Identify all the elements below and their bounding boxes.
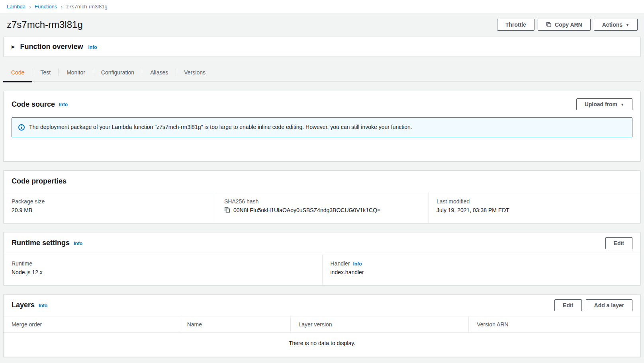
code-properties-grid: Package size 20.9 MB SHA256 hash 00N8LFI… <box>4 192 640 223</box>
sha256-hash-value-row: 00N8LFIu5okH1UlaOAoy0uSBSZ4ndg3BOCUG0V1k… <box>224 207 420 213</box>
sha256-hash-value: 00N8LFIu5okH1UlaOAoy0uSBSZ4ndg3BOCUG0V1k… <box>233 207 380 213</box>
layers-header: Layers Info Edit Add a layer <box>4 295 640 316</box>
handler-info-link[interactable]: Info <box>353 261 362 267</box>
last-modified-value: July 19, 2021, 03:38 PM EDT <box>437 207 632 213</box>
tab-aliases[interactable]: Aliases <box>142 64 176 82</box>
handler-label: Handler <box>331 260 350 267</box>
actions-button[interactable]: Actions <box>594 19 638 31</box>
column-header-version-arn: Version ARN <box>468 316 640 332</box>
code-source-card: Code source Info Upload from The deploym… <box>3 91 641 162</box>
page-title: z7s7mch-rm3l81g <box>7 19 83 30</box>
copy-arn-button[interactable]: Copy ARN <box>538 19 591 31</box>
breadcrumb-separator-icon <box>61 4 63 10</box>
runtime-label: Runtime <box>12 260 314 267</box>
function-overview-panel[interactable]: Function overview Info <box>3 37 641 57</box>
layers-table-header: Merge order Name Layer version Version A… <box>4 316 640 333</box>
runtime-field: Runtime Node.js 12.x <box>4 254 322 285</box>
tab-versions[interactable]: Versions <box>176 64 213 82</box>
code-properties-title: Code properties <box>12 177 67 185</box>
chevron-down-icon <box>626 23 629 27</box>
runtime-settings-title: Runtime settings <box>12 239 70 247</box>
chevron-down-icon <box>621 103 624 107</box>
edit-runtime-button[interactable]: Edit <box>605 237 632 249</box>
layers-card: Layers Info Edit Add a layer Merge order… <box>3 294 641 357</box>
deployment-package-info-alert: The deployment package of your Lambda fu… <box>12 117 632 137</box>
runtime-settings-info-link[interactable]: Info <box>74 241 82 246</box>
handler-value: index.handler <box>331 269 633 275</box>
add-layer-button[interactable]: Add a layer <box>586 299 632 311</box>
page-header: z7s7mch-rm3l81g Throttle Copy ARN Action… <box>0 13 644 37</box>
breadcrumb-lambda[interactable]: Lambda <box>7 4 25 10</box>
breadcrumb-separator-icon <box>29 4 31 10</box>
expand-caret-icon[interactable] <box>12 45 15 49</box>
breadcrumb: Lambda Functions z7s7mch-rm3l81g <box>0 0 644 13</box>
sha256-hash-label: SHA256 hash <box>224 198 420 205</box>
copy-icon[interactable] <box>224 207 230 213</box>
code-properties-header: Code properties <box>4 171 640 192</box>
tab-monitor[interactable]: Monitor <box>59 64 93 82</box>
runtime-settings-grid: Runtime Node.js 12.x Handler Info index.… <box>4 254 640 285</box>
function-overview-title: Function overview <box>20 43 83 51</box>
upload-from-button[interactable]: Upload from <box>576 98 632 110</box>
breadcrumb-functions[interactable]: Functions <box>35 4 57 10</box>
header-actions: Throttle Copy ARN Actions <box>497 19 638 31</box>
column-header-layer-version: Layer version <box>290 316 469 332</box>
copy-icon <box>546 22 552 27</box>
code-source-header: Code source Info Upload from <box>4 91 640 117</box>
alert-text: The deployment package of your Lambda fu… <box>29 123 412 131</box>
tab-code[interactable]: Code <box>3 64 32 82</box>
runtime-value: Node.js 12.x <box>12 269 314 275</box>
column-header-name: Name <box>179 316 290 332</box>
last-modified-label: Last modified <box>437 198 632 205</box>
upload-from-label: Upload from <box>585 101 617 107</box>
sha256-hash-field: SHA256 hash 00N8LFIu5okH1UlaOAoy0uSBSZ4n… <box>216 192 428 223</box>
column-header-merge-order: Merge order <box>4 316 179 332</box>
code-source-info-link[interactable]: Info <box>59 102 68 107</box>
layers-empty-message: There is no data to display. <box>4 333 640 357</box>
runtime-settings-card: Runtime settings Info Edit Runtime Node.… <box>3 232 641 285</box>
runtime-settings-header: Runtime settings Info Edit <box>4 232 640 254</box>
code-properties-card: Code properties Package size 20.9 MB SHA… <box>3 170 641 223</box>
last-modified-field: Last modified July 19, 2021, 03:38 PM ED… <box>428 192 640 223</box>
info-icon <box>18 124 25 131</box>
code-source-title: Code source <box>12 100 55 109</box>
copy-arn-label: Copy ARN <box>555 22 582 27</box>
layers-info-link[interactable]: Info <box>39 303 47 308</box>
throttle-button[interactable]: Throttle <box>497 19 534 31</box>
edit-layers-button[interactable]: Edit <box>554 299 581 311</box>
breadcrumb-current: z7s7mch-rm3l81g <box>66 4 107 10</box>
package-size-label: Package size <box>12 198 208 205</box>
tab-configuration[interactable]: Configuration <box>93 64 142 82</box>
layers-title: Layers <box>12 301 35 309</box>
tab-bar: Code Test Monitor Configuration Aliases … <box>3 64 641 82</box>
actions-label: Actions <box>602 22 622 27</box>
handler-field: Handler Info index.handler <box>322 254 641 285</box>
handler-label-row: Handler Info <box>331 260 633 267</box>
package-size-field: Package size 20.9 MB <box>4 192 216 223</box>
tab-test[interactable]: Test <box>32 64 59 82</box>
function-overview-info-link[interactable]: Info <box>88 45 97 50</box>
package-size-value: 20.9 MB <box>12 207 208 213</box>
